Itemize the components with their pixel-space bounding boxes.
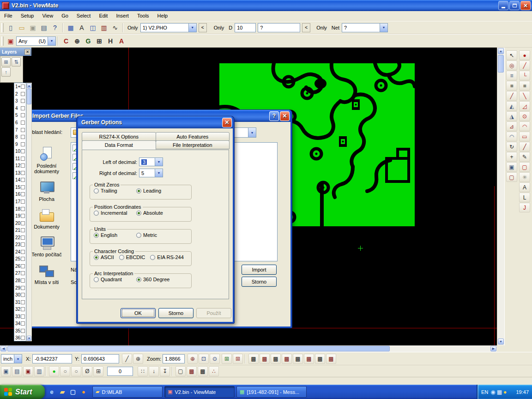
segment-select-icon[interactable]: ╱ (506, 91, 517, 101)
gerber-dialog-titlebar[interactable]: Gerber Options ✕ (78, 116, 233, 128)
probe-icon[interactable]: Ø (82, 366, 92, 376)
select-cursor-icon[interactable]: ↖ (506, 50, 517, 60)
layer-visibility-checkbox[interactable] (21, 314, 25, 319)
layer-visibility-checkbox[interactable] (21, 242, 25, 247)
radio-leading[interactable]: Leading (136, 188, 179, 193)
open-folder-icon[interactable]: ▭ (16, 22, 27, 33)
aperture-view-icon-1[interactable]: ▩ (248, 354, 259, 364)
layer-row[interactable]: 14 (14, 176, 26, 184)
dot-grid-icon[interactable]: ∷ (138, 366, 148, 376)
close-icon[interactable]: ✕ (24, 49, 30, 55)
rows-icon[interactable]: ▥ (98, 22, 109, 33)
only-d-label[interactable]: Only (212, 25, 227, 30)
vertical-scrollbar[interactable]: ▲ ▼ (497, 48, 504, 345)
layer-row[interactable]: 24 (14, 248, 26, 256)
layer-up-button[interactable]: ↑ (1, 67, 11, 77)
text-tool-icon[interactable]: A (519, 182, 530, 192)
print-icon[interactable]: ▤ (38, 22, 49, 33)
close-icon[interactable]: ✕ (280, 111, 290, 121)
chevron-down-icon[interactable]: ▼ (188, 24, 196, 32)
dcode-input[interactable]: 10 (235, 23, 256, 32)
zoom-field[interactable]: 1.8866 (163, 354, 185, 363)
scroll-up-icon[interactable]: ▲ (498, 48, 504, 54)
layer-row[interactable]: 2 (14, 91, 26, 98)
menu-item[interactable]: Setup (17, 12, 38, 20)
chevron-down-icon[interactable]: ▼ (155, 158, 163, 166)
radio-incremental[interactable]: Incremental (94, 210, 136, 216)
show-desktop-icon[interactable]: ▢ (68, 387, 78, 397)
aperture-view-icon-4[interactable]: ▩ (282, 354, 292, 364)
minimize-icon[interactable] (498, 1, 508, 10)
black-pattern-icon[interactable]: ▩ (198, 366, 208, 376)
flip-vertical-icon[interactable]: ◭ (506, 101, 517, 111)
layer-visibility-checkbox[interactable] (21, 149, 25, 153)
layer-visibility-checkbox[interactable] (21, 163, 25, 168)
tab-data-format[interactable]: Data Format (82, 140, 156, 150)
prev-dcode-button[interactable]: < (302, 23, 310, 32)
layer-visibility-checkbox[interactable] (21, 85, 25, 89)
aperture-view-icon-8[interactable]: ▩ (326, 354, 336, 364)
language-indicator[interactable]: EN (481, 389, 488, 395)
chevron-down-icon[interactable]: ▼ (155, 169, 163, 177)
ready-indicator-icon[interactable]: ● (49, 366, 59, 376)
c-command-button[interactable]: C (60, 36, 72, 47)
net-table-icon[interactable]: ⊞ (233, 354, 243, 364)
x-coordinate-field[interactable]: -0.942237 (32, 354, 72, 363)
task-dmlab[interactable]: ▰ D:\MLAB (92, 386, 163, 398)
layers-scrollbar[interactable]: ▲ ▼ (26, 83, 32, 341)
filled-square-icon[interactable]: ■ (506, 81, 517, 91)
move-icon[interactable]: + (506, 152, 517, 162)
menu-item[interactable]: File (0, 12, 17, 20)
dcode-filter-input[interactable]: ? (258, 23, 300, 32)
menu-item[interactable]: Edit (95, 12, 112, 20)
layer-row[interactable]: 9 (14, 140, 26, 148)
save-icon[interactable]: ▣ (27, 22, 38, 33)
layer-visibility-checkbox[interactable] (21, 207, 25, 211)
layer-visibility-checkbox[interactable] (21, 329, 25, 333)
layer-select-combo[interactable]: 1) V2.PHO ▼ (140, 23, 197, 32)
right-of-decimal-combo[interactable]: 5 ▼ (139, 169, 163, 177)
browser-quick-icon[interactable]: ● (79, 387, 88, 397)
pad-select-icon[interactable]: ◎ (506, 60, 517, 70)
toolbar-grip[interactable] (1, 23, 4, 32)
radio-360-degree[interactable]: 360 Degree (136, 277, 179, 282)
draw-polyline-icon[interactable]: └ (519, 71, 530, 80)
sketch-icon[interactable]: ✎ (519, 152, 530, 162)
lamp-icon[interactable]: ○ (60, 366, 70, 376)
scrollbar-thumb[interactable] (7, 346, 390, 351)
layer-visibility-checkbox[interactable] (21, 157, 25, 161)
only-layer-label[interactable]: Only (125, 25, 140, 30)
scroll-up-icon[interactable]: ▲ (27, 83, 31, 88)
context-help-icon[interactable]: ? (49, 22, 60, 33)
copy-page-icon[interactable]: ▣ (1, 366, 11, 376)
draw-arc-icon[interactable]: ◠ (519, 121, 530, 131)
layer-row[interactable]: 28 (14, 277, 26, 284)
layer-visibility-checkbox[interactable] (21, 128, 25, 132)
grid-command-button[interactable]: ⊞ (94, 36, 105, 47)
zoom-fit-icon[interactable]: ⊙ (210, 354, 220, 364)
tab-auto-features[interactable]: Auto Features (156, 132, 230, 141)
layer-row[interactable]: 23 (14, 241, 26, 248)
layer-visibility-checkbox[interactable] (21, 236, 25, 240)
layer-row[interactable]: 30 (14, 291, 26, 299)
radio-english[interactable]: English (94, 232, 136, 238)
layer-visibility-checkbox[interactable] (21, 142, 25, 146)
select-frame-icon[interactable]: ▢ (175, 366, 186, 376)
draw-rectangle-icon[interactable]: ▭ (519, 132, 530, 141)
toolbar-grip[interactable] (1, 36, 4, 46)
trace-select-icon[interactable]: ≡ (506, 71, 517, 80)
dcode-table-icon[interactable]: ⊞ (222, 354, 232, 364)
internet-explorer-icon[interactable]: e (47, 387, 56, 397)
layer-row[interactable]: 1+ (14, 83, 26, 91)
erase-icon[interactable]: ▢ (506, 172, 517, 182)
h-command-button[interactable]: H (105, 36, 116, 47)
layer-visibility-checkbox[interactable] (21, 99, 25, 103)
scroll-left-icon[interactable]: ◀ (0, 346, 6, 351)
aperture-view-icon-2[interactable]: ▩ (260, 354, 270, 364)
layer-row[interactable]: 32 (14, 306, 26, 313)
zoom-in-icon[interactable]: ⊕ (187, 354, 198, 364)
draw-trace-icon[interactable]: ╱ (519, 60, 530, 70)
tab-rs274x-options[interactable]: RS274-X Options (82, 132, 156, 141)
red-dots-icon[interactable]: ∴ (209, 366, 219, 376)
layer-row[interactable]: 25 (14, 255, 26, 263)
